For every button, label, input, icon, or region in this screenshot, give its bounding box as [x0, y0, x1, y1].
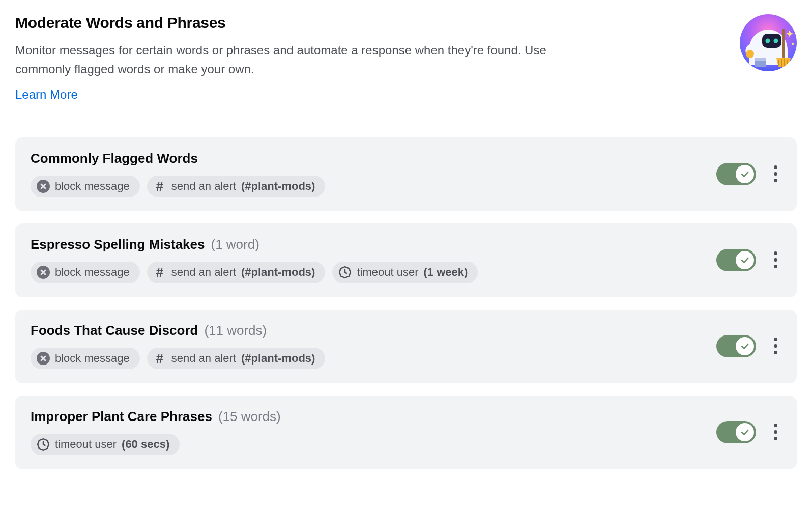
page-title: Moderate Words and Phrases — [15, 14, 595, 32]
rule-meta: (1 word) — [211, 237, 259, 253]
rule-actions: block message#send an alert (#plant-mods… — [31, 262, 716, 283]
rule-more-menu[interactable] — [769, 162, 781, 185]
action-detail: (1 week) — [423, 266, 468, 279]
rule-content: Improper Plant Care Phrases(15 words)tim… — [31, 409, 716, 455]
action-chip: block message — [31, 176, 140, 197]
action-label: block message — [55, 352, 130, 365]
check-icon — [740, 169, 750, 179]
rule-actions: block message#send an alert (#plant-mods… — [31, 176, 716, 197]
rule-card[interactable]: Espresso Spelling Mistakes(1 word)block … — [15, 223, 797, 297]
action-chip: #send an alert (#plant-mods) — [147, 176, 326, 197]
action-label: send an alert — [171, 352, 236, 365]
clock-icon — [338, 266, 352, 279]
header-text-block: Moderate Words and Phrases Monitor messa… — [15, 14, 595, 102]
rule-enabled-toggle[interactable] — [716, 163, 756, 185]
check-icon — [740, 255, 750, 265]
clock-icon — [37, 438, 50, 451]
check-icon — [740, 341, 750, 351]
action-chip: block message — [31, 348, 140, 369]
action-detail: (60 secs) — [122, 438, 169, 451]
rule-title: Commonly Flagged Words — [31, 151, 198, 166]
rule-title-row: Improper Plant Care Phrases(15 words) — [31, 409, 716, 425]
svg-point-1 — [766, 39, 770, 43]
rule-more-menu[interactable] — [769, 334, 781, 357]
rule-actions: timeout user (60 secs) — [31, 434, 716, 455]
action-detail: (#plant-mods) — [241, 180, 315, 193]
rule-title: Foods That Cause Discord — [31, 323, 198, 339]
rule-controls — [716, 421, 781, 443]
action-chip: #send an alert (#plant-mods) — [147, 348, 326, 369]
toggle-knob — [736, 251, 754, 269]
hash-icon: # — [153, 180, 166, 193]
svg-point-2 — [774, 39, 778, 43]
action-chip: block message — [31, 262, 140, 283]
rule-card[interactable]: Commonly Flagged Wordsblock message#send… — [15, 137, 797, 211]
svg-point-3 — [746, 50, 754, 58]
check-icon — [740, 427, 750, 437]
rule-card[interactable]: Improper Plant Care Phrases(15 words)tim… — [15, 396, 797, 469]
rule-enabled-toggle[interactable] — [716, 249, 756, 271]
svg-point-7 — [792, 43, 794, 45]
rule-controls — [716, 334, 781, 357]
rule-more-menu[interactable] — [769, 421, 781, 443]
action-chip: #send an alert (#plant-mods) — [147, 262, 326, 283]
x-circle-icon — [37, 180, 50, 193]
x-circle-icon — [37, 352, 50, 365]
rule-title: Improper Plant Care Phrases — [31, 409, 212, 425]
toggle-knob — [736, 165, 754, 183]
page-description: Monitor messages for certain words or ph… — [15, 41, 595, 78]
svg-rect-6 — [755, 58, 766, 61]
rule-meta: (11 words) — [204, 323, 267, 339]
action-label: timeout user — [55, 438, 117, 451]
rule-more-menu[interactable] — [769, 248, 781, 271]
hash-icon: # — [153, 266, 166, 279]
x-circle-icon — [37, 266, 50, 279]
rule-content: Espresso Spelling Mistakes(1 word)block … — [31, 237, 716, 283]
toggle-knob — [736, 423, 754, 441]
action-label: block message — [55, 266, 130, 279]
rule-meta: (15 words) — [218, 409, 281, 425]
svg-rect-4 — [782, 29, 785, 58]
rule-card[interactable]: Foods That Cause Discord(11 words)block … — [15, 310, 797, 383]
action-label: block message — [55, 180, 130, 193]
svg-rect-0 — [762, 34, 781, 48]
rule-content: Commonly Flagged Wordsblock message#send… — [31, 151, 716, 197]
rule-controls — [716, 248, 781, 271]
page-header: Moderate Words and Phrases Monitor messa… — [15, 14, 797, 102]
rule-title-row: Commonly Flagged Words — [31, 151, 716, 166]
action-chip: timeout user (60 secs) — [31, 434, 180, 455]
hash-icon: # — [153, 352, 166, 365]
action-detail: (#plant-mods) — [241, 352, 315, 365]
learn-more-link[interactable]: Learn More — [15, 88, 78, 101]
rule-title: Espresso Spelling Mistakes — [31, 237, 205, 253]
toggle-knob — [736, 337, 754, 355]
rule-content: Foods That Cause Discord(11 words)block … — [31, 323, 716, 369]
rule-enabled-toggle[interactable] — [716, 335, 756, 357]
rule-actions: block message#send an alert (#plant-mods… — [31, 348, 716, 369]
rule-title-row: Espresso Spelling Mistakes(1 word) — [31, 237, 716, 253]
action-chip: timeout user (1 week) — [332, 262, 478, 283]
automod-avatar — [740, 14, 797, 71]
rule-controls — [716, 162, 781, 185]
action-label: send an alert — [171, 266, 236, 279]
rules-list: Commonly Flagged Wordsblock message#send… — [15, 137, 797, 469]
rule-title-row: Foods That Cause Discord(11 words) — [31, 323, 716, 339]
action-label: send an alert — [171, 180, 236, 193]
action-detail: (#plant-mods) — [241, 266, 315, 279]
rule-enabled-toggle[interactable] — [716, 421, 756, 443]
action-label: timeout user — [357, 266, 418, 279]
